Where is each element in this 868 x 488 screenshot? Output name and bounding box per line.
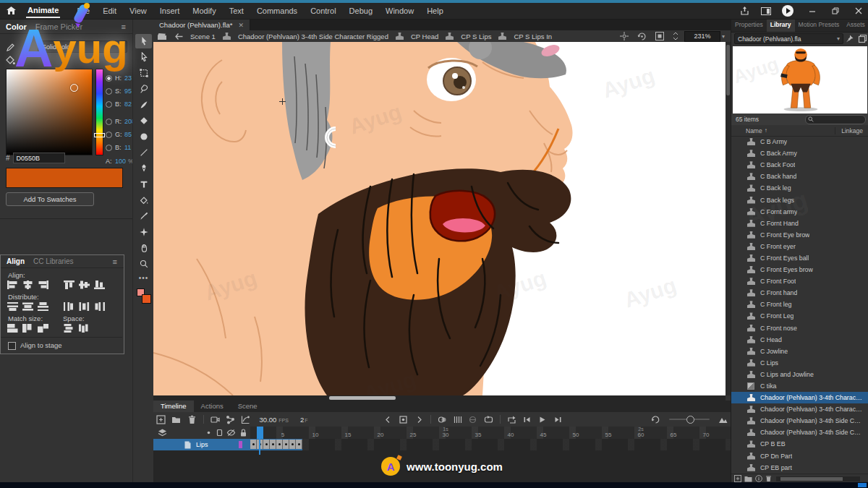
menu-help[interactable]: Help <box>427 7 443 15</box>
list-item[interactable]: C Back Foot <box>731 159 868 171</box>
insert-keyframe-icon[interactable] <box>396 414 410 425</box>
parenting-view-icon[interactable] <box>224 414 237 425</box>
stroke-color-icon[interactable] <box>6 43 15 52</box>
menu-commands[interactable]: Commands <box>257 7 297 15</box>
menu-modify[interactable]: Modify <box>192 7 216 15</box>
keyframe[interactable] <box>296 440 302 449</box>
column-header-name[interactable]: Name <box>746 127 762 134</box>
keyframe[interactable] <box>283 440 289 449</box>
new-folder-icon[interactable] <box>744 476 752 482</box>
show-all-layers-icon[interactable] <box>204 427 213 439</box>
layer-outline-color-chip[interactable] <box>239 441 242 448</box>
tool-oval[interactable] <box>135 129 152 144</box>
tab-motion-presets[interactable]: Motion Presets <box>795 20 843 32</box>
hide-layers-icon[interactable] <box>226 427 237 439</box>
list-item[interactable]: C Back legs <box>731 194 868 205</box>
step-back-icon[interactable] <box>520 414 534 425</box>
tool-text[interactable] <box>135 177 152 192</box>
distribute-right-button[interactable] <box>93 301 106 311</box>
red-radio[interactable] <box>106 119 112 125</box>
menu-debug[interactable]: Debug <box>349 7 373 15</box>
frame-ruler[interactable]: 5 10 15 20 25 30 35 40 45 50 55 60 65 70… <box>250 427 731 440</box>
breadcrumb-symbol-2[interactable]: CP Head <box>411 33 438 40</box>
tab-library[interactable]: Library <box>767 20 795 32</box>
fill-color-swatch[interactable] <box>142 294 151 304</box>
space-horizontal-button[interactable] <box>78 323 90 333</box>
horizontal-sc rollbar[interactable] <box>153 395 726 401</box>
list-item[interactable]: C Back leg <box>731 182 868 194</box>
current-color-swatch[interactable] <box>6 168 123 188</box>
distribute-left-button[interactable] <box>63 301 75 311</box>
align-bottom-button[interactable] <box>93 280 106 289</box>
distribute-top-button[interactable] <box>7 301 19 311</box>
rotate-stage-icon[interactable] <box>637 32 647 40</box>
list-item[interactable]: CP Dn Part <box>731 450 868 462</box>
fps-value[interactable]: 30.00 <box>260 416 277 424</box>
list-item[interactable]: C Front eyer <box>731 241 868 252</box>
menu-control[interactable]: Control <box>310 7 336 15</box>
tool-subselection[interactable] <box>135 50 152 64</box>
align-center-h-button[interactable] <box>22 280 34 289</box>
list-item[interactable]: C Back Army <box>731 147 868 159</box>
library-hscroll-thumb[interactable] <box>780 477 843 481</box>
keyframe[interactable] <box>270 440 276 449</box>
list-item[interactable]: C Fornt Hand <box>731 218 868 229</box>
graph-view-icon[interactable] <box>239 414 252 425</box>
insert-frame-icon[interactable] <box>154 414 168 425</box>
list-item[interactable]: Chadoor (Pehlvaan) 3-4th Characte... <box>731 403 868 415</box>
list-item[interactable]: C Front Eyes brow <box>731 264 868 275</box>
hue-slider[interactable] <box>95 69 103 155</box>
tab-scene[interactable]: Scene <box>231 401 265 412</box>
tool-hand[interactable] <box>135 241 152 255</box>
list-item[interactable]: C Front nose <box>731 322 868 334</box>
menu-view[interactable]: View <box>129 7 147 15</box>
reset-timeline-zoom-icon[interactable] <box>649 414 663 425</box>
align-center-v-button[interactable] <box>78 280 90 289</box>
frames-view-icon[interactable] <box>716 414 730 425</box>
close-document-icon[interactable]: ✕ <box>238 22 244 29</box>
keyframe[interactable] <box>250 440 257 449</box>
align-right-button[interactable] <box>37 280 49 289</box>
list-item[interactable]: C Jowline <box>731 346 868 357</box>
menu-animate[interactable]: Animate <box>26 4 60 18</box>
column-header-linkage[interactable]: Linkage <box>835 127 863 134</box>
distribute-center-v-button[interactable] <box>22 301 34 311</box>
onion-skin-icon[interactable] <box>435 414 449 425</box>
back-arrow-icon[interactable] <box>175 33 183 40</box>
keyframe[interactable] <box>263 440 270 449</box>
green-radio[interactable] <box>106 132 112 138</box>
tool-fluid-brush[interactable] <box>135 98 152 112</box>
layer-row-lips[interactable]: Lips <box>153 439 250 450</box>
breadcrumb-symbol-1[interactable]: Chadoor (Pehlvaan) 3-4th Side Character … <box>238 33 388 40</box>
breadcrumb-symbol-4[interactable]: CP S Lips In <box>514 33 552 40</box>
list-item[interactable]: C Lips and Jowline <box>731 369 868 380</box>
tab-actions[interactable]: Actions <box>194 401 231 412</box>
hscroll-thumb[interactable] <box>329 396 396 400</box>
test-movie-icon[interactable] <box>780 5 796 17</box>
tool-selection[interactable] <box>135 34 152 48</box>
tab-frame-picker[interactable]: Frame Picker <box>35 22 82 31</box>
new-library-panel-icon[interactable] <box>857 33 868 45</box>
hex-value-field[interactable]: D0550B <box>13 153 65 163</box>
color-picker-handle[interactable] <box>70 84 78 92</box>
stage-canvas[interactable]: Ayug Ayug Ayug Ayug Ayug Ayug <box>153 42 726 395</box>
menu-insert[interactable]: Insert <box>160 7 180 15</box>
keyframe[interactable] <box>289 440 296 449</box>
playhead[interactable] <box>257 427 263 439</box>
menu-window[interactable]: Window <box>386 7 414 15</box>
next-keyframe-icon[interactable] <box>412 414 426 425</box>
list-item[interactable]: C Lips <box>731 357 868 369</box>
list-item[interactable]: C B Army <box>731 136 868 147</box>
match-width-button[interactable] <box>7 323 19 333</box>
tab-assets[interactable]: Assets <box>843 20 868 32</box>
tool-lasso[interactable] <box>135 82 152 96</box>
current-frame-value[interactable]: 2 <box>300 416 304 424</box>
play-icon[interactable] <box>535 414 549 425</box>
align-left-button[interactable] <box>7 280 19 289</box>
pin-library-icon[interactable] <box>844 33 855 45</box>
loop-icon[interactable] <box>482 414 495 425</box>
restore-button[interactable] <box>826 5 845 17</box>
tool-asset-warp[interactable] <box>135 225 152 239</box>
align-top-button[interactable] <box>63 280 75 289</box>
tool-line[interactable] <box>135 145 152 160</box>
